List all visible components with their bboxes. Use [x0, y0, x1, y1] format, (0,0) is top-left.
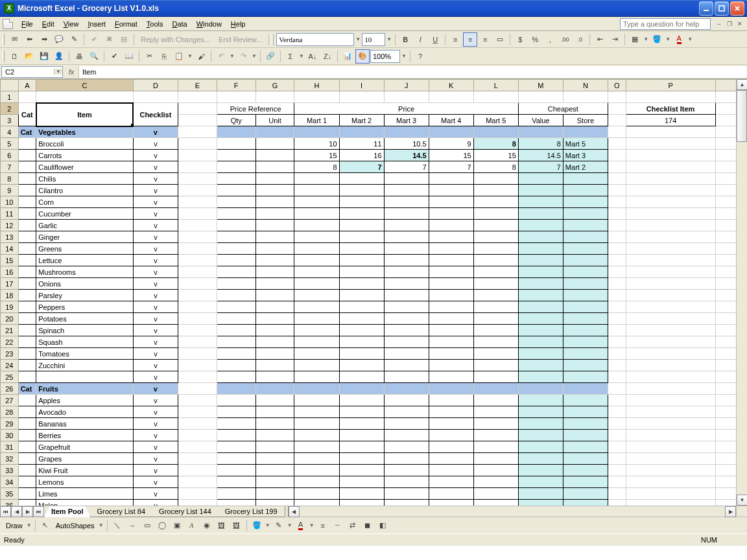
column-header-K[interactable]: K [429, 80, 473, 91]
item-cheapest-store[interactable] [563, 278, 608, 290]
reply-with-changes-button[interactable]: Reply with Changes... [137, 36, 214, 43]
insert-picture-icon[interactable]: 🖼 [230, 519, 244, 533]
name-box-dropdown[interactable]: ▼ [54, 69, 62, 75]
item-cheapest-store[interactable] [563, 173, 608, 185]
item-name[interactable]: Parsley [36, 290, 134, 301]
row-header-9[interactable]: 9 [1, 185, 19, 196]
item-checklist[interactable]: v [133, 220, 178, 231]
align-left-button[interactable]: ≡ [448, 32, 462, 47]
item-cheapest-store[interactable] [563, 406, 608, 418]
new-comment-icon[interactable]: ✉ [7, 32, 21, 47]
item-name[interactable]: Broccoli [36, 138, 134, 150]
item-name[interactable]: Ginger [36, 231, 134, 243]
fx-icon[interactable]: fx [64, 68, 78, 76]
item-cheapest-value[interactable] [518, 231, 563, 243]
name-box[interactable] [2, 68, 54, 76]
item-checklist[interactable]: v [133, 418, 178, 430]
sort-desc-icon[interactable]: Z↓ [320, 49, 335, 64]
item-mart-1[interactable]: 10 [294, 138, 339, 150]
item-cheapest-value[interactable] [518, 395, 563, 406]
item-cheapest-value[interactable] [518, 430, 563, 441]
row-header-3[interactable]: 3 [1, 115, 19, 126]
item-cheapest-value[interactable] [518, 220, 563, 231]
item-cheapest-store[interactable] [563, 313, 608, 325]
item-cheapest-value[interactable] [518, 465, 563, 476]
open-icon[interactable]: 📂 [22, 49, 36, 64]
help-icon[interactable]: ? [413, 49, 427, 64]
column-header-F[interactable]: F [217, 80, 255, 91]
menu-data[interactable]: Data [167, 19, 191, 29]
tab-prev-button[interactable]: ◀ [11, 506, 22, 517]
format-painter-icon[interactable]: 🖌 [194, 49, 208, 64]
item-cheapest-value[interactable] [518, 500, 563, 506]
item-cheapest-store[interactable] [563, 255, 608, 266]
align-center-button[interactable]: ≡ [463, 32, 477, 47]
item-checklist[interactable]: v [133, 243, 178, 255]
item-checklist[interactable]: v [133, 208, 178, 220]
category-checklist[interactable]: v [133, 383, 178, 395]
item-cheapest-store[interactable] [563, 220, 608, 231]
item-checklist[interactable]: v [133, 161, 178, 173]
item-checklist[interactable]: v [133, 290, 178, 301]
menu-tools[interactable]: Tools [142, 19, 168, 29]
row-header-28[interactable]: 28 [1, 406, 19, 418]
arrow-icon[interactable]: → [125, 519, 139, 533]
bold-button[interactable]: B [398, 32, 412, 47]
track-changes-icon[interactable]: ▤ [117, 32, 131, 47]
menu-file[interactable]: File [17, 19, 38, 29]
maximize-button[interactable] [715, 1, 729, 16]
item-cheapest-store[interactable] [563, 488, 608, 500]
item-checklist[interactable]: v [133, 336, 178, 348]
item-name[interactable]: Garlic [36, 220, 134, 231]
reject-change-icon[interactable]: ✖ [102, 32, 116, 47]
item-cheapest-value[interactable] [518, 371, 563, 383]
comma-button[interactable]: , [543, 32, 557, 47]
header-price-reference[interactable]: Price Reference [217, 103, 294, 115]
item-name[interactable]: Apples [36, 395, 134, 406]
column-header-O[interactable]: O [608, 80, 626, 91]
chart-wizard-icon[interactable]: 📊 [340, 49, 355, 64]
print-icon[interactable]: 🖶 [72, 49, 86, 64]
fill-color-button[interactable]: 🪣 [650, 32, 664, 47]
column-header-D[interactable]: D [133, 80, 178, 91]
item-name[interactable]: Lettuce [36, 255, 134, 266]
item-name[interactable]: Mushrooms [36, 266, 134, 278]
item-cheapest-value[interactable] [518, 441, 563, 453]
header-mart2[interactable]: Mart 2 [339, 115, 384, 126]
item-cheapest-value[interactable] [518, 336, 563, 348]
increase-decimal-button[interactable]: .00 [558, 32, 572, 47]
item-checklist[interactable]: v [133, 196, 178, 208]
close-button[interactable] [730, 1, 744, 16]
item-name[interactable]: Cauliflower [36, 161, 134, 173]
item-cheapest-store[interactable] [563, 441, 608, 453]
arrow-style-icon[interactable]: ⇄ [346, 519, 360, 533]
formula-input[interactable] [78, 66, 747, 78]
checklist-item-value[interactable]: 174 [626, 115, 715, 126]
doc-close-button[interactable]: ✕ [735, 19, 744, 29]
scroll-left-button[interactable]: ◀ [289, 506, 300, 517]
category-name[interactable]: Vegetables [36, 126, 134, 138]
textbox-icon[interactable]: ▣ [170, 519, 184, 533]
paste-icon[interactable]: 📋 [172, 49, 186, 64]
item-cheapest-store[interactable] [563, 301, 608, 313]
item-checklist[interactable]: v [133, 488, 178, 500]
category-cat[interactable]: Cat [18, 383, 36, 395]
item-name[interactable]: Squash [36, 336, 134, 348]
item-checklist[interactable]: v [133, 465, 178, 476]
copy-icon[interactable]: ⎘ [157, 49, 171, 64]
row-header-25[interactable]: 25 [1, 371, 19, 383]
item-mart-2[interactable]: 11 [339, 138, 384, 150]
currency-button[interactable]: $ [513, 32, 527, 47]
row-header-22[interactable]: 22 [1, 336, 19, 348]
row-header-2[interactable]: 2 [1, 103, 19, 115]
category-cat[interactable]: Cat [18, 126, 36, 138]
minimize-button[interactable] [699, 1, 713, 16]
column-header-N[interactable]: N [563, 80, 608, 91]
rectangle-icon[interactable]: ▭ [140, 519, 154, 533]
item-name[interactable]: Bananas [36, 418, 134, 430]
item-cheapest-value[interactable] [518, 360, 563, 371]
item-cheapest-store[interactable] [563, 243, 608, 255]
item-checklist[interactable]: v [133, 476, 178, 488]
shadow-icon[interactable]: ◼ [361, 519, 375, 533]
item-name[interactable]: Onions [36, 278, 134, 290]
